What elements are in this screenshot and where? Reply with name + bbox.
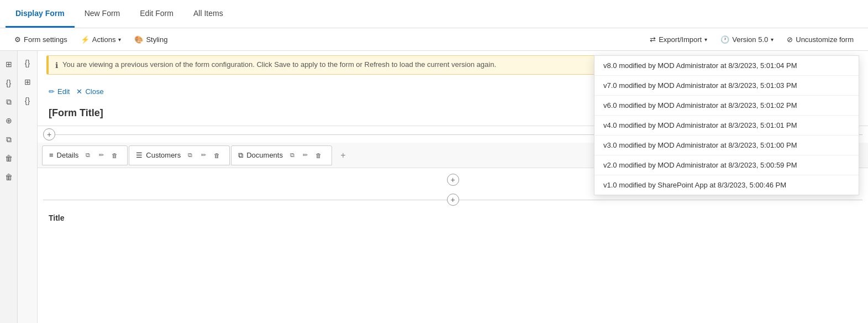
middle-plus-button[interactable]: +	[447, 194, 459, 206]
uncustomize-button[interactable]: ⊘ Uncustomize form	[781, 33, 859, 46]
version-button[interactable]: 🕐 Version 5.0 ▾	[715, 33, 779, 46]
copy-icon[interactable]: ⧉	[1, 132, 17, 147]
gear-icon: ⚙	[14, 35, 21, 44]
toolbar: ⚙ Form settings ⚡ Actions ▾ 🎨 Styling ⇄ …	[0, 28, 868, 51]
braces-icon[interactable]: {}	[1, 75, 17, 91]
documents-copy-icon[interactable]: ⧉	[286, 149, 298, 162]
documents-tab-label: Documents	[246, 151, 283, 159]
middle-divider-line	[43, 200, 447, 200]
tab-edit-form[interactable]: Edit Form	[130, 0, 183, 28]
version-label: Version 5.0	[732, 35, 768, 44]
styling-label: Styling	[146, 35, 167, 44]
details-tab-actions: ⧉ ✏ 🗑	[82, 149, 120, 162]
tab-display-form[interactable]: Display Form	[6, 0, 75, 28]
close-icon: ✕	[76, 87, 82, 96]
top-plus-button[interactable]: +	[43, 128, 55, 140]
styling-button[interactable]: 🎨 Styling	[129, 33, 173, 46]
documents-tab-actions: ⧉ ✏ 🗑	[286, 149, 325, 162]
export-import-label: Export/Import	[659, 35, 702, 44]
middle-divider-line2	[459, 200, 863, 200]
edit-label: Edit	[57, 87, 70, 96]
layers-icon[interactable]: ⧉	[1, 94, 17, 110]
tab-all-items[interactable]: All Items	[183, 0, 233, 28]
close-label: Close	[85, 87, 103, 96]
trash-icon[interactable]: 🗑	[1, 169, 17, 185]
version-item-7[interactable]: v7.0 modified by MOD Administrator at 8/…	[595, 76, 859, 96]
version-item-6[interactable]: v6.0 modified by MOD Administrator at 8/…	[595, 96, 859, 116]
palette-icon: 🎨	[134, 35, 143, 44]
actions-label: Actions	[92, 35, 116, 44]
documents-tab-icon: ⧉	[238, 151, 243, 160]
version-chevron-icon: ▾	[771, 37, 774, 43]
customers-edit-icon[interactable]: ✏	[197, 149, 209, 162]
customers-tab-label: Customers	[146, 151, 181, 159]
grid-icon[interactable]: ⊞	[1, 56, 17, 72]
inner-braces2-icon[interactable]: {}	[20, 93, 35, 108]
row-add-button[interactable]: +	[447, 174, 459, 186]
edit-icon: ✏	[49, 87, 55, 96]
form-settings-label: Form settings	[24, 35, 67, 44]
left-sidebar: ⊞ {} ⧉ ⊕ ⧉ 🗑 🗑	[0, 51, 18, 323]
version-item-1[interactable]: v1.0 modified by SharePoint App at 8/3/2…	[595, 175, 859, 195]
top-nav: Display Form New Form Edit Form All Item…	[0, 0, 868, 28]
close-button[interactable]: ✕ Close	[76, 86, 103, 97]
move-icon[interactable]: ⊕	[1, 113, 17, 128]
version-item-4[interactable]: v4.0 modified by MOD Administrator at 8/…	[595, 116, 859, 136]
documents-delete-icon[interactable]: 🗑	[313, 149, 325, 162]
section-tab-details[interactable]: ≡ Details ⧉ ✏ 🗑	[42, 145, 128, 165]
customers-delete-icon[interactable]: 🗑	[211, 149, 223, 162]
actions-button[interactable]: ⚡ Actions ▾	[75, 33, 127, 46]
actions-chevron-icon: ▾	[118, 37, 121, 43]
version-dropdown: v8.0 modified by MOD Administrator at 8/…	[594, 55, 859, 195]
documents-edit-icon[interactable]: ✏	[299, 149, 312, 162]
lightning-icon: ⚡	[81, 35, 90, 44]
version-item-2[interactable]: v2.0 modified by MOD Administrator at 8/…	[595, 155, 859, 175]
form-settings-button[interactable]: ⚙ Form settings	[9, 33, 73, 46]
section-tab-customers[interactable]: ☰ Customers ⧉ ✏ 🗑	[129, 145, 230, 165]
customers-tab-icon: ☰	[136, 151, 143, 159]
version-item-3[interactable]: v3.0 modified by MOD Administrator at 8/…	[595, 136, 859, 155]
version-item-8[interactable]: v8.0 modified by MOD Administrator at 8/…	[595, 56, 859, 76]
field-row-title: Title	[38, 208, 868, 228]
details-tab-icon: ≡	[49, 151, 54, 159]
inner-table-icon[interactable]: ⊞	[20, 74, 35, 90]
export-import-icon: ⇄	[650, 35, 656, 44]
inner-sidebar: {} ⊞ {}	[18, 51, 38, 323]
details-delete-icon[interactable]: 🗑	[108, 149, 120, 162]
clock-icon: 🕐	[720, 35, 729, 44]
edit-button[interactable]: ✏ Edit	[49, 86, 70, 97]
banner-message: You are viewing a previous version of th…	[62, 60, 496, 69]
inner-braces-icon[interactable]: {}	[20, 55, 35, 71]
add-section-button[interactable]: +	[335, 148, 351, 163]
info-icon: ℹ	[55, 61, 58, 70]
tab-new-form[interactable]: New Form	[75, 0, 130, 28]
export-chevron-icon: ▾	[704, 37, 707, 43]
uncustomize-icon: ⊘	[787, 35, 793, 44]
details-copy-icon[interactable]: ⧉	[82, 149, 94, 162]
customers-tab-actions: ⧉ ✏ 🗑	[184, 149, 223, 162]
delete-icon[interactable]: 🗑	[1, 150, 17, 166]
toolbar-right: ⇄ Export/Import ▾ 🕐 Version 5.0 ▾ ⊘ Uncu…	[644, 33, 859, 46]
uncustomize-label: Uncustomize form	[796, 35, 854, 44]
export-import-button[interactable]: ⇄ Export/Import ▾	[644, 33, 713, 46]
details-tab-label: Details	[57, 151, 79, 159]
details-edit-icon[interactable]: ✏	[95, 149, 107, 162]
section-tab-documents[interactable]: ⧉ Documents ⧉ ✏ 🗑	[231, 145, 332, 165]
field-label-title: Title	[49, 213, 65, 222]
customers-copy-icon[interactable]: ⧉	[184, 149, 196, 162]
